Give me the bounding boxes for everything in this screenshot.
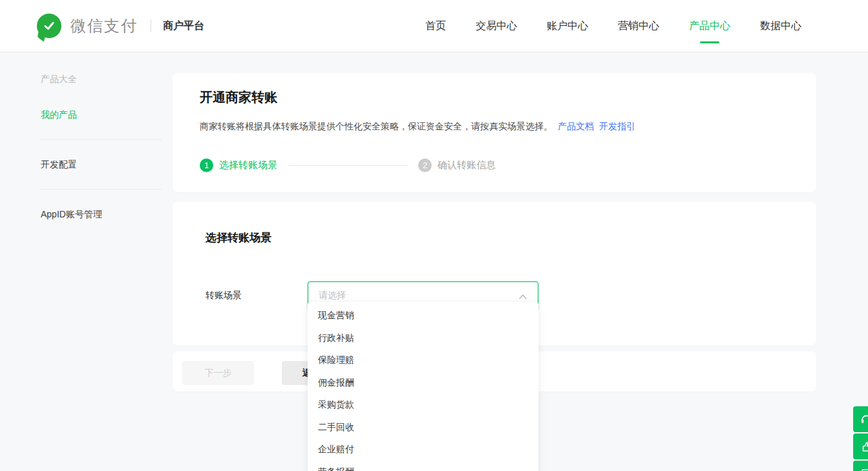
more-tools-button[interactable] [853, 461, 868, 471]
checkmark-icon [41, 18, 57, 34]
nav-item-home[interactable]: 首页 [410, 0, 461, 52]
feedback-button[interactable] [853, 433, 868, 459]
intro-card: 开通商家转账 商家转账将根据具体转账场景提供个性化安全策略，保证资金安全，请按真… [173, 73, 816, 192]
description-text: 商家转账将根据具体转账场景提供个性化安全策略，保证资金安全，请按真实场景选择。 [200, 121, 553, 131]
sidebar-divider [41, 139, 162, 140]
top-header: 微信支付 商户平台 首页 交易中心 账户中心 营销中心 产品中心 数据中心 [0, 0, 868, 52]
merchant-platform-page: 微信支付 商户平台 首页 交易中心 账户中心 营销中心 产品中心 数据中心 产品… [0, 0, 868, 471]
step-1: 1 选择转账场景 [200, 159, 277, 172]
step-1-number: 1 [200, 159, 213, 172]
nav-item-data[interactable]: 数据中心 [745, 0, 816, 52]
dropdown-option-labor-remuneration[interactable]: 劳务报酬 [308, 461, 538, 471]
dropdown-option-cash-marketing[interactable]: 现金营销 [308, 304, 538, 327]
dropdown-option-admin-subsidy[interactable]: 行政补贴 [308, 327, 538, 349]
dropdown-option-enterprise-compensation[interactable]: 企业赔付 [308, 438, 538, 461]
step-2-label: 确认转账信息 [438, 159, 496, 171]
page-title: 开通商家转账 [200, 89, 789, 106]
dropdown-option-secondhand-recycle[interactable]: 二手回收 [308, 416, 538, 439]
sidebar-item-my-products[interactable]: 我的产品 [41, 110, 162, 119]
step-2: 2 确认转账信息 [418, 159, 496, 172]
step-1-label: 选择转账场景 [219, 159, 277, 171]
transfer-scene-dropdown: 现金营销 行政补贴 保险理赔 佣金报酬 采购货款 二手回收 企业赔付 劳务报酬 [308, 302, 538, 471]
nav-item-marketing[interactable]: 营销中心 [603, 0, 674, 52]
brand-name: 微信支付 [70, 16, 138, 36]
sidebar-item-appid-management[interactable]: AppID账号管理 [41, 210, 162, 219]
sidebar-divider [41, 189, 162, 190]
step-indicator: 1 选择转账场景 2 确认转账信息 [200, 159, 789, 172]
chevron-up-icon [518, 294, 527, 300]
dropdown-option-insurance-claim[interactable]: 保险理赔 [308, 349, 538, 371]
panel-icon [860, 467, 868, 471]
portal-name: 商户平台 [163, 19, 204, 33]
wechat-pay-logo-icon [37, 14, 61, 38]
nav-item-transactions[interactable]: 交易中心 [461, 0, 532, 52]
floating-button-stack [853, 406, 868, 471]
customer-service-button[interactable] [853, 406, 868, 432]
select-placeholder: 请选择 [319, 290, 346, 301]
nav-item-account[interactable]: 账户中心 [532, 0, 603, 52]
sidebar: 产品大全 我的产品 开发配置 AppID账号管理 [41, 70, 162, 219]
page-description: 商家转账将根据具体转账场景提供个性化安全策略，保证资金安全，请按真实场景选择。产… [200, 120, 789, 133]
brand: 微信支付 商户平台 [37, 14, 204, 38]
product-doc-link[interactable]: 产品文档 [558, 121, 594, 131]
dropdown-option-commission[interactable]: 佣金报酬 [308, 371, 538, 394]
brand-divider [151, 19, 151, 32]
dropdown-option-procurement[interactable]: 采购货款 [308, 393, 538, 416]
sidebar-section-label: 产品大全 [41, 70, 162, 89]
nav-item-products[interactable]: 产品中心 [674, 0, 745, 52]
step-connector-line [288, 165, 408, 166]
step-2-number: 2 [418, 159, 432, 172]
main-nav: 首页 交易中心 账户中心 营销中心 产品中心 数据中心 [410, 0, 816, 52]
next-step-button[interactable]: 下一步 [182, 361, 254, 385]
dev-guide-link[interactable]: 开发指引 [599, 121, 635, 131]
sidebar-item-dev-config[interactable]: 开发配置 [41, 160, 162, 169]
form-heading: 选择转账场景 [206, 230, 783, 245]
customer-service-icon [860, 413, 868, 426]
thumbs-up-icon [860, 440, 868, 453]
transfer-scene-label: 转账场景 [206, 290, 308, 301]
